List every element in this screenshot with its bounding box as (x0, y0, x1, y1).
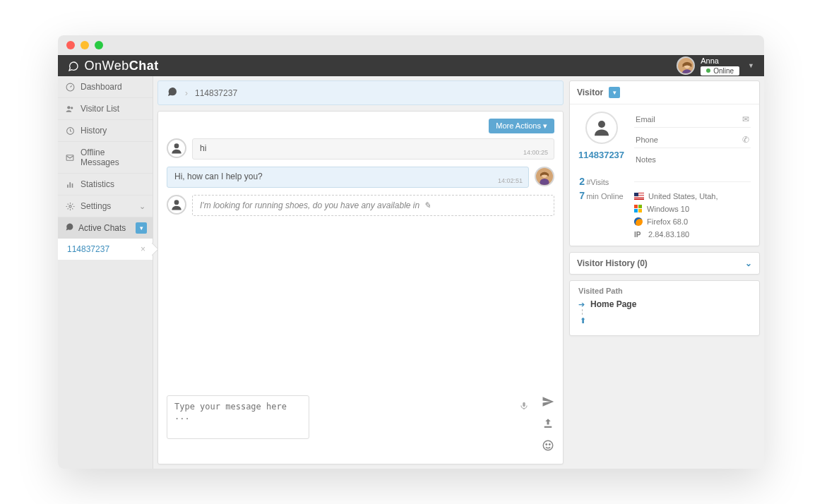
visitor-browser: Firefox 68.0 (634, 217, 751, 226)
agent-avatar-icon (535, 167, 554, 186)
mail-icon (65, 153, 75, 162)
message-visitor: hi 14:00:25 (167, 138, 554, 160)
svg-point-4 (67, 106, 70, 109)
active-chats-label: Active Chats (78, 223, 126, 233)
chat-panel: More Actions ▾ hi 14:00:25 (157, 111, 564, 464)
path-title: Visited Path (578, 287, 751, 295)
nav-label: Visitor List (81, 104, 119, 114)
typing-text: I'm looking for running shoes, do you ha… (200, 200, 419, 210)
active-chats-header: Active Chats ▾ (58, 217, 153, 239)
path-page[interactable]: Home Page (590, 299, 636, 309)
microphone-icon[interactable] (519, 401, 529, 413)
active-chats-menu[interactable]: ▾ (136, 222, 147, 234)
nav-label: Statistics (81, 179, 114, 189)
more-actions-button[interactable]: More Actions ▾ (489, 119, 554, 133)
brand-text-1: OnWeb (85, 59, 129, 73)
history-label: Visitor History (0) (577, 258, 648, 268)
svg-point-22 (598, 121, 605, 128)
message-typing: I'm looking for running shoes, do you ha… (167, 195, 554, 216)
gear-icon (65, 202, 75, 211)
svg-point-20 (546, 444, 547, 445)
visitor-ip: IP 2.84.83.180 (634, 230, 751, 239)
firefox-icon (634, 217, 643, 226)
window-maximize[interactable] (95, 41, 103, 49)
chat-bubble-icon (167, 86, 178, 100)
status-dot-icon (706, 68, 710, 73)
message-bubble: hi 14:00:25 (192, 138, 554, 160)
nav-label: Settings (81, 201, 111, 211)
notes-input[interactable] (636, 155, 749, 164)
svg-rect-25 (634, 209, 638, 212)
nav-history[interactable]: History (58, 120, 153, 142)
phone-field[interactable]: ✆ (634, 132, 751, 148)
visitor-location: United States, Utah, (634, 192, 751, 200)
message-time: 14:00:25 (523, 149, 548, 156)
chat-tab-id: 114837237 (67, 244, 109, 254)
brand-text-2: Chat (129, 59, 159, 73)
window-minimize[interactable] (81, 41, 89, 49)
brand-logo: OnWebChat (68, 59, 159, 73)
nav-stats[interactable]: Statistics (58, 174, 153, 196)
phone-input[interactable] (636, 136, 742, 144)
typing-bubble: I'm looking for running shoes, do you ha… (192, 195, 554, 216)
message-text: Hi, how can I help you? (174, 172, 263, 181)
visitor-menu[interactable]: ▾ (609, 87, 620, 98)
users-icon (65, 104, 75, 114)
history-icon (65, 126, 75, 136)
nav-settings[interactable]: Settings ⌄ (58, 196, 153, 217)
app-window: OnWebChat Anna Online ▼ Dashboard (58, 35, 764, 469)
svg-point-12 (174, 143, 179, 148)
chat-tab[interactable]: 114837237 × (58, 239, 153, 260)
svg-rect-9 (69, 182, 71, 188)
stat-online: 7min Online (579, 190, 623, 201)
visitor-id: 114837237 (578, 150, 624, 160)
user-menu-caret-icon[interactable]: ▼ (748, 62, 754, 69)
email-input[interactable] (636, 115, 742, 124)
svg-point-15 (540, 179, 549, 186)
user-status[interactable]: Online (701, 66, 739, 76)
nav-label: History (81, 126, 107, 136)
user-name: Anna (701, 56, 739, 65)
visitor-header: Visitor ▾ (570, 81, 759, 104)
breadcrumb-id: 114837237 (195, 88, 237, 98)
svg-rect-8 (67, 184, 68, 187)
nav-label: Dashboard (81, 82, 122, 92)
close-chat-icon[interactable]: × (141, 244, 145, 254)
svg-rect-10 (71, 183, 73, 187)
svg-point-5 (71, 107, 73, 109)
visited-path: Visited Path ➔ Home Page ⬆ (569, 280, 760, 336)
content: › 114837237 More Actions ▾ hi (153, 76, 764, 469)
upload-button[interactable] (542, 417, 554, 433)
svg-point-19 (543, 440, 553, 450)
chevron-down-icon: ⌄ (745, 258, 752, 268)
svg-rect-24 (638, 205, 642, 208)
compose-actions (542, 395, 554, 455)
svg-point-11 (68, 205, 71, 207)
sidebar: Dashboard Visitor List History Offline M… (58, 76, 153, 469)
svg-rect-23 (634, 205, 638, 208)
nav-dashboard[interactable]: Dashboard (58, 76, 153, 98)
arrow-up-icon: ⬆ (580, 316, 751, 325)
message-input[interactable] (167, 395, 309, 439)
svg-point-21 (549, 444, 551, 445)
nav-label: Offline Messages (81, 148, 145, 167)
stats-icon (65, 180, 75, 189)
visitor-avatar-icon (167, 138, 186, 158)
breadcrumb-sep: › (185, 88, 188, 98)
notes-field[interactable] (634, 152, 751, 167)
caret-down-icon: ▾ (543, 121, 547, 130)
ip-label: IP (634, 231, 644, 239)
compose-row (167, 395, 554, 455)
email-field[interactable]: ✉ (634, 112, 751, 128)
message-agent: Hi, how can I help you? 14:02:51 (167, 167, 554, 188)
emoji-button[interactable] (542, 439, 554, 455)
current-user[interactable]: Anna Online ▼ (677, 56, 754, 76)
arrow-right-icon: ➔ (578, 300, 585, 309)
send-button[interactable] (542, 395, 554, 412)
visitor-history[interactable]: Visitor History (0) ⌄ (569, 252, 760, 275)
nav-visitors[interactable]: Visitor List (58, 98, 153, 120)
window-close[interactable] (66, 41, 75, 49)
nav-offline[interactable]: Offline Messages (58, 142, 153, 174)
windows-icon (634, 205, 643, 213)
visitor-title: Visitor (577, 88, 603, 97)
